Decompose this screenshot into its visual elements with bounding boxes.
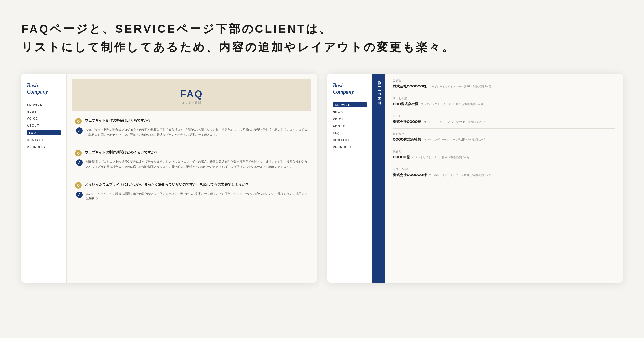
client-category-system: システム会社 株式会社OOOOOO様 コーポレートサイト／ページ数:8P／制作期… [393, 167, 615, 177]
client-category-service: サービス業 OOO株式会社様 ランディングページ／ページ数:1P／制作期間:1ヶ… [393, 97, 615, 106]
a-badge-3: A [76, 192, 83, 198]
nav-client: SERVICE NEWS VOICE ABOUT FAQ CONTACT REC… [333, 102, 367, 149]
faq-body: Q ウェブサイト制作の料金はいくらですか？ A ウェブサイト制作の料金はプロジェ… [67, 111, 317, 215]
client-company-4: OOOO株式会社様 [393, 137, 421, 141]
client-category-manufacturing: 製造業 株式会社OOOOOO様 コーポレートサイト／ページ数:8P／制作期間:2… [393, 79, 615, 89]
client-entry-5: OOOOO様 イベントサイト／ページ数:4P／制作期間:2ヶ月 [393, 155, 615, 160]
client-details-6: コーポレートサイト／ページ数:8P／制作期間:2ヶ月 [429, 174, 491, 177]
faq-item-1: Q ウェブサイト制作の料金はいくらですか？ A ウェブサイト制作の料金はプロジェ… [75, 118, 308, 137]
page-wrapper: FAQページと、SERVICEページ下部のCLIENTは、 リストにして制作して… [0, 0, 644, 338]
q-badge-1: Q [75, 118, 82, 124]
cat-label-hotel: ホテル [393, 114, 615, 118]
client-details-5: イベントサイト／ページ数:4P／制作期間:2ヶ月 [412, 156, 469, 159]
nav-voice-right[interactable]: VOICE [333, 117, 367, 121]
nav-service-right[interactable]: SERVICE [333, 102, 367, 107]
faq-q-text-1: ウェブサイト制作の料金はいくらですか？ [85, 118, 151, 123]
client-company-1: 株式会社OOOOOO様 [393, 84, 427, 88]
client-details-4: ランディングページ／ページ数:1P／制作期間:1ヶ月 [423, 138, 486, 141]
faq-main: FAQ よくある質問 Q ウェブサイト制作の料金はいくらですか？ A ウェブサイ… [67, 74, 317, 283]
nav-faq-link[interactable]: FAQ [27, 130, 61, 135]
nav-news-right[interactable]: NEWS [333, 110, 367, 114]
cat-label-transport: 運送会社 [393, 132, 615, 136]
faq-title-en: FAQ [83, 89, 301, 100]
nav-faq-right[interactable]: FAQ [333, 131, 367, 135]
client-details-1: コーポレートサイト／ページ数:8P／制作期間:2ヶ月 [429, 85, 491, 88]
logo-client: BasicCompany [333, 82, 367, 95]
faq-a-text-2: 制作期間はプロジェクトの規模や要件によって異なります。シンプルなウェブサイトの場… [86, 159, 308, 169]
client-divider-5 [393, 164, 615, 164]
nav-about-right[interactable]: ABOUT [333, 124, 367, 128]
nav-news[interactable]: NEWS [27, 109, 61, 114]
client-divider-1 [393, 93, 615, 93]
client-divider-3 [393, 128, 615, 129]
faq-question-2: Q ウェブサイトの制作期間はどのくらいですか？ [75, 150, 308, 156]
headline-line1: FAQページと、SERVICEページ下部のCLIENTは、 [21, 21, 623, 36]
a-badge-1: A [76, 127, 83, 134]
client-entry-2: OOO株式会社様 ランディングページ／ページ数:1P／制作期間:1ヶ月 [393, 101, 615, 106]
client-entry-3: 株式会社OOOO様 コーポレートサイト／ページ数:5P／制作期間:2ヶ月 [393, 119, 615, 124]
q-badge-2: Q [75, 150, 82, 156]
client-divider-2 [393, 111, 615, 111]
client-entry-4: OOOO株式会社様 ランディングページ／ページ数:1P／制作期間:1ヶ月 [393, 137, 615, 142]
client-details-3: コーポレートサイト／ページ数:5P／制作期間:2ヶ月 [423, 120, 486, 123]
headline-block: FAQページと、SERVICEページ下部のCLIENTは、 リストにして制作して… [21, 16, 623, 57]
faq-question-1: Q ウェブサイト制作の料金はいくらですか？ [75, 118, 308, 124]
client-company-5: OOOOO様 [393, 155, 410, 159]
cat-label-service: サービス業 [393, 97, 615, 100]
screenshot-faq: BasicCompany SERVICE NEWS VOICE ABOUT FA… [21, 74, 317, 283]
client-main: 制作実績 CLIENT 製造業 株式会社OOOOOO様 コーポレートサイト／ペー… [372, 74, 623, 283]
headline-line2: リストにして制作してあるため、内容の追加やレイアウトの変更も楽々。 [21, 40, 623, 55]
faq-title-ja: よくある質問 [83, 101, 301, 105]
faq-q-text-3: どういったウェブサイトにしたいか、まったく決まっていないのですが、相談しても大丈… [85, 182, 249, 187]
nav-about[interactable]: ABOUT [27, 123, 61, 128]
faq-a-text-3: はい、もちろんです。現状の課題や御社の目的などをお伺いした上で、弊社からご提案さ… [86, 191, 308, 201]
client-company-3: 株式会社OOOO様 [393, 120, 421, 124]
nav-recruit[interactable]: RECRUIT [27, 145, 61, 149]
client-company-2: OOO株式会社様 [393, 102, 418, 106]
faq-answer-3: A はい、もちろんです。現状の課題や御社の目的などをお伺いした上で、弊社からご提… [76, 191, 308, 201]
logo-faq: BasicCompany [27, 82, 61, 95]
cat-label-system: システム会社 [393, 167, 615, 171]
client-entry-6: 株式会社OOOOOO様 コーポレートサイト／ページ数:8P／制作期間:2ヶ月 [393, 172, 615, 177]
client-list-area: 製造業 株式会社OOOOOO様 コーポレートサイト／ページ数:8P／制作期間:2… [385, 74, 623, 283]
a-badge-2: A [76, 159, 83, 166]
nav-recruit-right[interactable]: RECRUIT [333, 145, 367, 149]
screenshot-client: BasicCompany SERVICE NEWS VOICE ABOUT FA… [327, 74, 623, 283]
screenshots-row: BasicCompany SERVICE NEWS VOICE ABOUT FA… [21, 74, 623, 283]
cat-label-restaurant: 飲食店 [393, 150, 615, 153]
faq-answer-2: A 制作期間はプロジェクトの規模や要件によって異なります。シンプルなウェブサイト… [76, 159, 308, 169]
cat-label-manufacturing: 製造業 [393, 79, 615, 83]
client-details-2: ランディングページ／ページ数:1P／制作期間:1ヶ月 [421, 103, 483, 106]
faq-divider-2 [75, 177, 308, 177]
client-category-restaurant: 飲食店 OOOOO様 イベントサイト／ページ数:4P／制作期間:2ヶ月 [393, 150, 615, 160]
faq-q-text-2: ウェブサイトの制作期間はどのくらいですか？ [85, 150, 158, 155]
client-divider-4 [393, 146, 615, 146]
faq-item-3: Q どういったウェブサイトにしたいか、まったく決まっていないのですが、相談しても… [75, 182, 308, 201]
faq-divider-1 [75, 145, 308, 145]
nav-contact-right[interactable]: CONTACT [333, 138, 367, 142]
client-category-hotel: ホテル 株式会社OOOO様 コーポレートサイト／ページ数:5P／制作期間:2ヶ月 [393, 114, 615, 124]
faq-a-text-1: ウェブサイト制作の料金はプロジェクトの要件や規模に応じて異なります。詳細のお見積… [86, 127, 308, 137]
faq-header: FAQ よくある質問 [72, 79, 311, 111]
client-company-6: 株式会社OOOOOO様 [393, 173, 427, 177]
faq-item-2: Q ウェブサイトの制作期間はどのくらいですか？ A 制作期間はプロジェクトの規模… [75, 150, 308, 169]
client-category-transport: 運送会社 OOOO株式会社様 ランディングページ／ページ数:1P／制作期間:1ヶ… [393, 132, 615, 142]
client-label: CLIENT [376, 81, 382, 106]
nav-service[interactable]: SERVICE [27, 102, 61, 107]
sidebar-client: BasicCompany SERVICE NEWS VOICE ABOUT FA… [327, 74, 372, 283]
faq-question-3: Q どういったウェブサイトにしたいか、まったく決まっていないのですが、相談しても… [75, 182, 308, 189]
faq-answer-1: A ウェブサイト制作の料金はプロジェクトの要件や規模に応じて異なります。詳細のお… [76, 127, 308, 137]
sidebar-faq: BasicCompany SERVICE NEWS VOICE ABOUT FA… [21, 74, 67, 283]
client-entry-1: 株式会社OOOOOO様 コーポレートサイト／ページ数:8P／制作期間:2ヶ月 [393, 84, 615, 89]
nav-voice[interactable]: VOICE [27, 116, 61, 121]
q-badge-3: Q [75, 182, 82, 189]
nav-faq: SERVICE NEWS VOICE ABOUT FAQ CONTACT REC… [27, 102, 61, 149]
nav-contact[interactable]: CONTACT [27, 138, 61, 142]
client-vertical-label: 制作実績 CLIENT [372, 74, 385, 283]
